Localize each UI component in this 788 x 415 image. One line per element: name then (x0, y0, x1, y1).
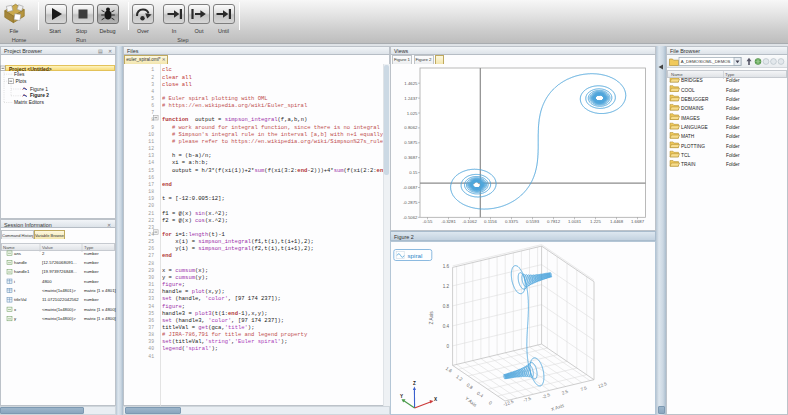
svg-text:1.6: 1.6 (443, 264, 450, 269)
svg-text:Folder: Folder (726, 125, 740, 130)
svg-text:Y Axis: Y Axis (464, 396, 478, 408)
svg-text:y: y (14, 316, 17, 321)
svg-text:matrix [1 x 4800]: matrix [1 x 4800] (84, 316, 116, 321)
svg-text:spiral: spiral (408, 252, 423, 259)
svg-text:0.1156: 0.1156 (484, 219, 497, 224)
svg-text:Folder: Folder (726, 106, 740, 111)
svg-text:handle1: handle1 (14, 269, 30, 274)
svg-text:-0.55: -0.55 (423, 219, 433, 224)
svg-text:[19.9739726848...: [19.9739726848... (42, 269, 77, 274)
svg-text:X Axis: X Axis (550, 403, 565, 412)
svg-text:1.025: 1.025 (407, 111, 418, 116)
svg-text:<matrix(1x4801)>: <matrix(1x4801)> (42, 288, 76, 293)
svg-text:number: number (84, 251, 99, 256)
svg-text:Figure 1: Figure 1 (30, 86, 48, 91)
svg-text:Folder: Folder (726, 97, 740, 102)
svg-text:number: number (84, 260, 99, 265)
svg-text:x: x (14, 307, 17, 312)
svg-text:Figure 2: Figure 2 (30, 93, 49, 98)
svg-text:handle: handle (14, 260, 28, 265)
svg-text:LANGUAGE: LANGUAGE (681, 125, 708, 130)
svg-text:-0.5062: -0.5062 (403, 215, 418, 220)
svg-text:number: number (84, 297, 99, 302)
svg-text:i: i (14, 279, 15, 284)
svg-text:ans: ans (14, 251, 21, 256)
svg-text:1.2: 1.2 (455, 374, 463, 382)
svg-text:0.8: 0.8 (466, 382, 474, 390)
svg-text:0.8062: 0.8062 (404, 125, 418, 130)
svg-text:number: number (84, 269, 99, 274)
svg-text:1.2437: 1.2437 (404, 96, 418, 101)
svg-text:TRAIN: TRAIN (681, 162, 696, 167)
svg-text:-0.1062: -0.1062 (462, 219, 477, 224)
svg-text:4800: 4800 (42, 279, 52, 284)
svg-text:number: number (84, 279, 99, 284)
svg-text:1.6: 1.6 (445, 366, 453, 374)
svg-text:COOL: COOL (681, 88, 695, 93)
svg-text:Folder: Folder (726, 88, 740, 93)
svg-text:-2.5: -2.5 (542, 392, 552, 400)
svg-text:A_DEMOS\OML_DEMOS: A_DEMOS\OML_DEMOS (681, 59, 731, 64)
svg-text:Z: Z (413, 381, 416, 386)
svg-text:0.8: 0.8 (443, 304, 450, 309)
svg-text:MATH: MATH (681, 134, 695, 139)
svg-text:Matrix Editors: Matrix Editors (14, 100, 44, 105)
svg-text:7.5: 7.5 (580, 385, 588, 392)
svg-text:DEBUGGER: DEBUGGER (681, 97, 709, 102)
svg-text:0.4: 0.4 (476, 391, 484, 399)
svg-text:Folder: Folder (726, 116, 740, 121)
svg-text:0.4: 0.4 (443, 324, 450, 329)
svg-text:Folder: Folder (726, 134, 740, 139)
svg-text:<matrix(1x4800)>: <matrix(1x4800)> (42, 307, 76, 312)
svg-text:t: t (14, 288, 16, 293)
svg-text:1.4625: 1.4625 (404, 81, 418, 86)
svg-text:Folder: Folder (726, 144, 740, 149)
svg-text:IMAGES: IMAGES (681, 116, 700, 121)
svg-text:1.2: 1.2 (443, 284, 450, 289)
svg-text:Files: Files (14, 71, 25, 76)
svg-text:-0.2875: -0.2875 (403, 200, 418, 205)
svg-text:BRIDGES: BRIDGES (681, 78, 703, 83)
svg-text:TCL: TCL (681, 153, 690, 158)
svg-text:titleVal: titleVal (14, 297, 27, 302)
svg-text:[12.5726068091...: [12.5726068091... (42, 260, 77, 265)
svg-text:12.5: 12.5 (597, 381, 608, 389)
svg-text:11.0721022042562: 11.0721022042562 (42, 297, 79, 302)
svg-text:X: X (434, 397, 438, 402)
svg-text:Plots: Plots (16, 79, 27, 84)
svg-text:Y: Y (400, 394, 403, 399)
svg-text:matrix [1 x 4801]: matrix [1 x 4801] (84, 288, 116, 293)
svg-text:0.5875: 0.5875 (404, 140, 418, 145)
svg-text:-0.3281: -0.3281 (441, 219, 456, 224)
svg-text:Folder: Folder (726, 153, 740, 158)
svg-text:-12.5: -12.5 (503, 399, 515, 407)
svg-text:-0.0687: -0.0687 (403, 185, 418, 190)
svg-text:0.3687: 0.3687 (404, 155, 418, 160)
svg-text:matrix [1 x 4800]: matrix [1 x 4800] (84, 307, 116, 312)
svg-text:2: 2 (42, 251, 45, 256)
svg-text:0.15: 0.15 (409, 170, 418, 175)
svg-text:PLOTTING: PLOTTING (681, 144, 705, 149)
svg-text:Folder: Folder (726, 78, 740, 83)
svg-text:DOMAINS: DOMAINS (681, 106, 703, 111)
svg-text:Folder: Folder (726, 162, 740, 167)
svg-text:0: 0 (488, 400, 493, 406)
svg-text:<matrix(1x4800)>: <matrix(1x4800)> (42, 316, 76, 321)
svg-text:0: 0 (447, 344, 450, 349)
svg-text:Z Axis: Z Axis (429, 311, 434, 325)
svg-text:2.5: 2.5 (561, 389, 569, 396)
